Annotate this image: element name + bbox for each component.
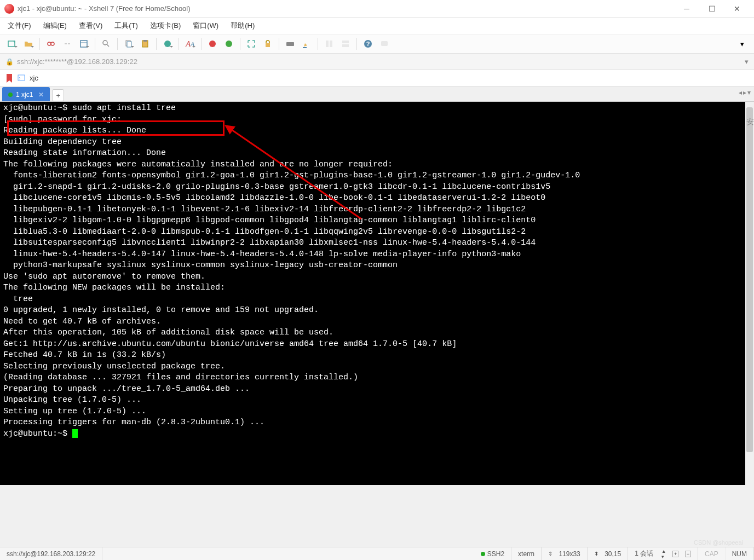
svg-rect-19 bbox=[330, 41, 332, 47]
properties-button[interactable] bbox=[77, 37, 90, 50]
session-row: xjc bbox=[0, 70, 754, 86]
status-cap: CAP bbox=[698, 547, 726, 560]
session-name: xjc bbox=[30, 74, 38, 82]
separator bbox=[95, 38, 95, 50]
tab-next-icon[interactable]: ▸ bbox=[743, 89, 746, 96]
separator bbox=[240, 38, 240, 50]
highlight-button[interactable] bbox=[300, 37, 313, 50]
svg-rect-16 bbox=[286, 42, 294, 46]
svg-point-12 bbox=[164, 41, 171, 47]
address-dropdown-icon[interactable]: ▾ bbox=[745, 57, 749, 66]
side-text: 安 bbox=[746, 117, 754, 127]
connection-dot-icon bbox=[8, 93, 13, 97]
watermark: CSDN @shopeeai bbox=[694, 539, 743, 546]
menu-help[interactable]: 帮助(H) bbox=[228, 20, 257, 32]
svg-text:+: + bbox=[13, 39, 16, 44]
tile-button[interactable] bbox=[339, 37, 352, 50]
minimize-button[interactable]: ─ bbox=[674, 0, 699, 18]
menu-file[interactable]: 文件(F) bbox=[5, 20, 33, 32]
app-icon bbox=[4, 4, 14, 14]
globe-button[interactable] bbox=[161, 37, 174, 50]
statusbar: ssh://xjc@192.168.203.129:22 SSH2 xterm … bbox=[0, 547, 754, 560]
separator bbox=[356, 38, 357, 50]
tab-list-icon[interactable]: ▾ bbox=[747, 89, 751, 96]
status-num: NUM bbox=[726, 547, 754, 560]
svg-rect-20 bbox=[342, 41, 349, 43]
tab-xjc1[interactable]: 1 xjc1 ✕ bbox=[2, 87, 50, 101]
status-cursor: ⬍ 30,15 bbox=[588, 547, 628, 560]
keyboard-button[interactable] bbox=[284, 37, 297, 50]
status-term: xterm bbox=[511, 547, 542, 560]
separator bbox=[201, 38, 202, 50]
tab-label: 1 xjc1 bbox=[16, 91, 33, 99]
scrollbar-thumb[interactable] bbox=[746, 107, 753, 452]
menu-tools[interactable]: 工具(T) bbox=[112, 20, 140, 32]
svg-rect-24 bbox=[381, 41, 388, 46]
svg-point-6 bbox=[103, 41, 107, 45]
svg-text:?: ? bbox=[366, 41, 370, 47]
window-title: xjc1 - xjc@ubuntu: ~ - Xshell 7 (Free fo… bbox=[18, 4, 674, 13]
tab-prev-icon[interactable]: ◂ bbox=[739, 89, 742, 96]
toolbar-dropdown[interactable]: ▾ bbox=[735, 37, 749, 50]
separator bbox=[179, 38, 179, 50]
svg-line-7 bbox=[107, 44, 109, 47]
tabstrip: 1 xjc1 ✕ + ◂ ▸ ▾ bbox=[0, 86, 754, 102]
bookmark-icon[interactable] bbox=[5, 74, 13, 83]
paste-button[interactable] bbox=[139, 37, 152, 50]
svg-point-2 bbox=[48, 42, 51, 45]
disconnect-button[interactable] bbox=[61, 37, 74, 50]
svg-rect-11 bbox=[143, 40, 147, 42]
svg-rect-21 bbox=[342, 44, 349, 47]
xshell-button[interactable] bbox=[206, 37, 219, 50]
address-text: ssh://xjc:********@192.168.203.129:22 bbox=[17, 57, 741, 66]
separator bbox=[117, 38, 118, 50]
tab-close-icon[interactable]: ✕ bbox=[38, 91, 44, 99]
terminal-scrollbar[interactable] bbox=[745, 102, 754, 485]
separator bbox=[318, 38, 318, 50]
svg-rect-4 bbox=[80, 41, 87, 47]
lock-button[interactable] bbox=[261, 37, 274, 50]
search-button[interactable] bbox=[100, 37, 113, 50]
svg-rect-9 bbox=[127, 42, 131, 47]
menu-view[interactable]: 查看(V) bbox=[77, 20, 105, 32]
session-icon[interactable] bbox=[18, 74, 25, 83]
separator bbox=[39, 38, 40, 50]
fullscreen-button[interactable] bbox=[245, 37, 258, 50]
font-button[interactable]: AA bbox=[183, 37, 197, 50]
close-button[interactable]: ✕ bbox=[724, 0, 750, 18]
svg-rect-15 bbox=[266, 43, 270, 47]
menu-tabs[interactable]: 选项卡(B) bbox=[148, 20, 183, 32]
copy-button[interactable] bbox=[122, 37, 135, 50]
separator bbox=[156, 38, 157, 50]
lock-icon: 🔒 bbox=[5, 58, 14, 66]
terminal[interactable]: xjc@ubuntu:~$ sudo apt install tree [sud… bbox=[0, 102, 754, 485]
svg-point-3 bbox=[51, 42, 54, 45]
annotation-box bbox=[7, 120, 225, 136]
compose-button[interactable] bbox=[323, 37, 336, 50]
svg-point-13 bbox=[209, 41, 216, 47]
tab-nav: ◂ ▸ ▾ bbox=[739, 89, 751, 96]
svg-rect-25 bbox=[18, 75, 25, 80]
reconnect-button[interactable] bbox=[44, 37, 57, 50]
log-button[interactable] bbox=[378, 37, 391, 50]
new-session-button[interactable]: + bbox=[5, 37, 19, 50]
status-sessions: 1 会话 ▲▾ + − bbox=[628, 547, 698, 560]
separator bbox=[279, 38, 279, 50]
help-button[interactable]: ? bbox=[361, 37, 375, 50]
svg-rect-18 bbox=[326, 41, 329, 47]
open-button[interactable] bbox=[22, 37, 35, 50]
menubar: 文件(F) 编辑(E) 查看(V) 工具(T) 选项卡(B) 窗口(W) 帮助(… bbox=[0, 18, 754, 34]
toolbar: + AA ? ▾ bbox=[0, 34, 754, 54]
menu-window[interactable]: 窗口(W) bbox=[191, 20, 221, 32]
titlebar: xjc1 - xjc@ubuntu: ~ - Xshell 7 (Free fo… bbox=[0, 0, 754, 18]
status-address: ssh://xjc@192.168.203.129:22 bbox=[0, 547, 102, 560]
status-proto: SSH2 bbox=[474, 547, 511, 560]
status-dot-icon bbox=[481, 552, 485, 556]
tab-add-button[interactable]: + bbox=[52, 89, 64, 101]
svg-point-14 bbox=[226, 41, 232, 47]
status-size: ⇕ 119x33 bbox=[542, 547, 588, 560]
xftp-button[interactable] bbox=[222, 37, 235, 50]
menu-edit[interactable]: 编辑(E) bbox=[41, 20, 69, 32]
address-bar[interactable]: 🔒 ssh://xjc:********@192.168.203.129:22 … bbox=[0, 54, 754, 70]
maximize-button[interactable]: ☐ bbox=[699, 0, 724, 18]
